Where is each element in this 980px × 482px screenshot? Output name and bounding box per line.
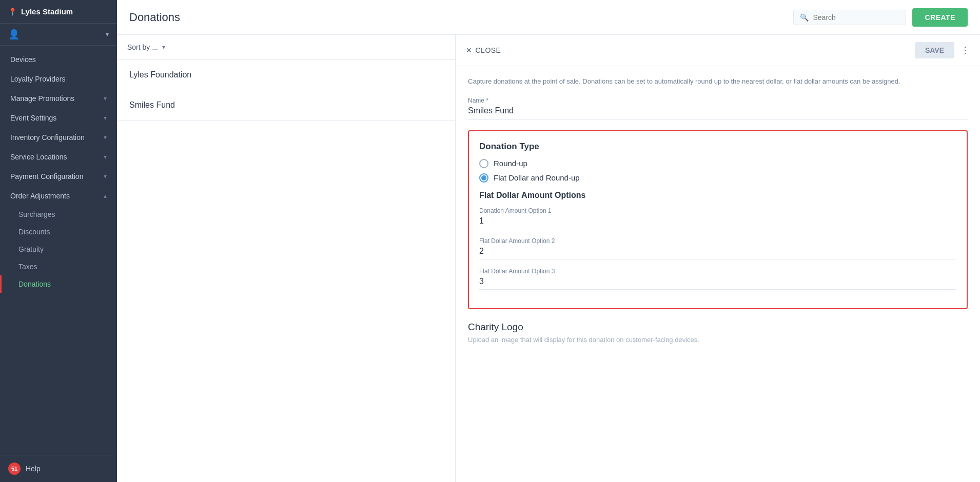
detail-panel: ✕ CLOSE SAVE ⋮ Capture donations at the …	[456, 35, 980, 482]
sidebar-item-service-locations[interactable]: Service Locations ▾	[0, 147, 117, 167]
sidebar-item-label: Order Adjustments	[10, 192, 70, 200]
chevron-right-icon: ▾	[104, 114, 107, 122]
save-button[interactable]: SAVE	[915, 42, 954, 58]
detail-description: Capture donations at the point of sale. …	[468, 76, 968, 87]
radio-option-round-up[interactable]: Round-up	[479, 159, 956, 168]
amount-label-3: Flat Dollar Amount Option 3	[479, 268, 956, 275]
sidebar-item-label: Payment Configuration	[10, 172, 83, 180]
list-item[interactable]: Smiles Fund	[117, 90, 455, 120]
charity-logo-title: Charity Logo	[468, 322, 968, 333]
close-button[interactable]: ✕ CLOSE	[466, 46, 501, 54]
sidebar-item-label: Gratuity	[18, 245, 44, 253]
donation-amount-option-3: Flat Dollar Amount Option 3 3	[479, 268, 956, 290]
list-items: Lyles Foundation Smiles Fund	[117, 60, 455, 482]
list-panel: Sort by ... ▾ Lyles Foundation Smiles Fu…	[117, 35, 456, 482]
name-field-value: Smiles Fund	[468, 106, 968, 120]
help-badge: 51	[8, 463, 21, 475]
close-icon: ✕	[466, 46, 473, 54]
sidebar-item-payment-configuration[interactable]: Payment Configuration ▾	[0, 167, 117, 186]
sort-chevron-icon: ▾	[162, 44, 165, 51]
detail-actions: SAVE ⋮	[915, 42, 970, 58]
amount-value-1: 1	[479, 216, 956, 229]
radio-label-flat-dollar: Flat Dollar and Round-up	[494, 173, 580, 182]
sidebar: 📍 Lyles Stadium 👤 ▾ Devices Loyalty Prov…	[0, 0, 117, 482]
radio-circle-flat-dollar	[479, 173, 488, 183]
donation-type-title: Donation Type	[479, 142, 956, 152]
sidebar-nav: Devices Loyalty Providers Manage Promoti…	[0, 46, 117, 455]
chevron-right-icon: ▾	[104, 134, 107, 141]
sidebar-item-label: Manage Promotions	[10, 94, 74, 103]
sidebar-item-devices[interactable]: Devices	[0, 50, 117, 69]
sidebar-item-label: Event Settings	[10, 114, 56, 122]
donation-amount-option-1: Donation Amount Option 1 1	[479, 207, 956, 229]
detail-body: Capture donations at the point of sale. …	[456, 66, 980, 354]
sort-label: Sort by ...	[127, 43, 158, 51]
chevron-up-icon: ▴	[104, 192, 107, 199]
sidebar-item-label: Inventory Configuration	[10, 133, 85, 142]
sidebar-item-label: Loyalty Providers	[10, 75, 65, 83]
sidebar-item-surcharges[interactable]: Surcharges	[0, 206, 117, 223]
user-icon: 👤	[8, 29, 19, 40]
sidebar-item-gratuity[interactable]: Gratuity	[0, 240, 117, 258]
sidebar-footer[interactable]: 51 Help	[0, 455, 117, 482]
charity-logo-description: Upload an image that will display for th…	[468, 336, 968, 344]
sidebar-item-label: Devices	[10, 55, 36, 64]
donation-type-box: Donation Type Round-up Flat Dollar and R…	[468, 130, 968, 309]
sidebar-user[interactable]: 👤 ▾	[0, 24, 117, 46]
sidebar-item-label: Service Locations	[10, 153, 67, 161]
search-input[interactable]	[813, 13, 899, 22]
radio-circle-round-up	[479, 159, 488, 168]
location-icon: 📍	[8, 8, 17, 16]
list-item-label: Smiles Fund	[129, 101, 175, 109]
create-button[interactable]: CREATE	[912, 8, 968, 27]
sidebar-item-loyalty-providers[interactable]: Loyalty Providers	[0, 69, 117, 89]
sidebar-item-label: Discounts	[18, 228, 50, 236]
list-toolbar: Sort by ... ▾	[117, 35, 455, 60]
sidebar-item-label: Taxes	[18, 263, 37, 271]
content-split: Sort by ... ▾ Lyles Foundation Smiles Fu…	[117, 35, 980, 482]
sidebar-item-discounts[interactable]: Discounts	[0, 223, 117, 240]
sidebar-item-label: Surcharges	[18, 210, 55, 218]
charity-logo-section: Charity Logo Upload an image that will d…	[468, 322, 968, 344]
sidebar-item-taxes[interactable]: Taxes	[0, 258, 117, 275]
sidebar-item-label: Donations	[18, 280, 51, 288]
detail-header: ✕ CLOSE SAVE ⋮	[456, 35, 980, 66]
help-label: Help	[26, 465, 41, 473]
amount-label-1: Donation Amount Option 1	[479, 207, 956, 214]
amount-value-3: 3	[479, 277, 956, 290]
search-box[interactable]: 🔍	[793, 10, 906, 25]
more-options-button[interactable]: ⋮	[961, 45, 970, 56]
amount-value-2: 2	[479, 247, 956, 259]
chevron-right-icon: ▾	[104, 153, 107, 160]
sidebar-item-manage-promotions[interactable]: Manage Promotions ▾	[0, 89, 117, 108]
list-item-label: Lyles Foundation	[129, 70, 191, 79]
chevron-down-icon: ▾	[106, 31, 109, 38]
top-header: Donations 🔍 CREATE	[117, 0, 980, 35]
chevron-right-icon: ▾	[104, 95, 107, 102]
sidebar-item-inventory-configuration[interactable]: Inventory Configuration ▾	[0, 128, 117, 147]
chevron-right-icon: ▾	[104, 173, 107, 180]
sidebar-header: 📍 Lyles Stadium	[0, 0, 117, 24]
header-actions: 🔍 CREATE	[793, 8, 968, 27]
radio-option-flat-dollar[interactable]: Flat Dollar and Round-up	[479, 173, 956, 183]
venue-name: Lyles Stadium	[21, 7, 73, 16]
amount-label-2: Flat Dollar Amount Option 2	[479, 237, 956, 245]
flat-dollar-title: Flat Dollar Amount Options	[479, 191, 956, 200]
sidebar-item-donations[interactable]: Donations	[0, 275, 117, 293]
name-field-label: Name *	[468, 97, 968, 104]
radio-label-round-up: Round-up	[494, 159, 527, 168]
search-icon: 🔍	[800, 13, 809, 22]
close-label: CLOSE	[476, 46, 501, 54]
sidebar-item-event-settings[interactable]: Event Settings ▾	[0, 108, 117, 128]
page-title: Donations	[129, 11, 180, 24]
list-item[interactable]: Lyles Foundation	[117, 60, 455, 90]
sidebar-item-order-adjustments[interactable]: Order Adjustments ▴	[0, 186, 117, 206]
main-content: Donations 🔍 CREATE Sort by ... ▾ Lyles F…	[117, 0, 980, 482]
donation-amount-option-2: Flat Dollar Amount Option 2 2	[479, 237, 956, 259]
